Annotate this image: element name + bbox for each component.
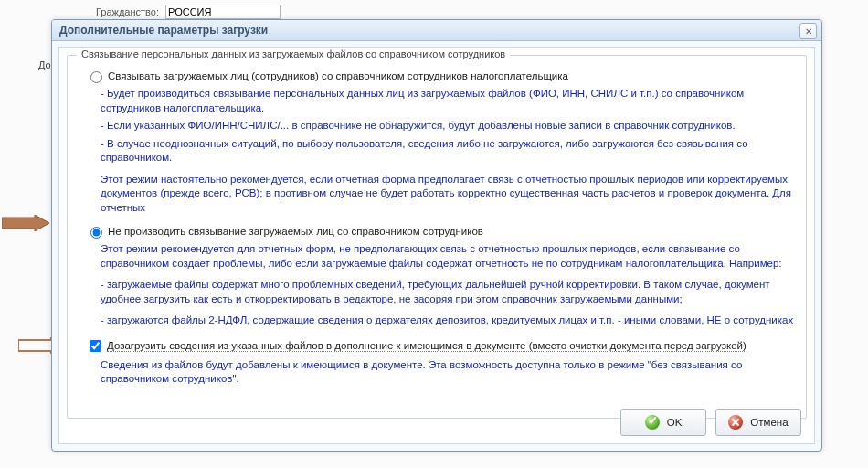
radio2-note2: - загружаемые файлы содержат много пробл… xyxy=(101,278,795,306)
radio2-note3: - загружаются файлы 2-НДФЛ, содержащие с… xyxy=(101,314,795,328)
append-checkbox-label: Дозагрузить сведения из указанных файлов… xyxy=(107,340,746,352)
radio-link-label: Связывать загружаемых лиц (сотрудников) … xyxy=(108,70,568,81)
close-button[interactable]: ✕ xyxy=(799,23,817,39)
button-bar: OK Отмена xyxy=(620,409,801,436)
background-field: Гражданство: xyxy=(96,5,281,19)
dialog-title: Дополнительные параметры загрузки xyxy=(59,24,268,37)
radio-nolink-label: Не производить связывание загружаемых ли… xyxy=(108,226,483,237)
radio1-bullet2: - Если указанных ФИО/ИНН/СНИЛС/... в спр… xyxy=(101,119,795,133)
radio-nolink-option[interactable]: Не производить связывание загружаемых ли… xyxy=(86,224,795,239)
cancel-label: Отмена xyxy=(750,417,788,428)
ok-label: OK xyxy=(667,417,683,428)
radio2-note1: Этот режим рекомендуется для отчетных фо… xyxy=(101,242,795,271)
radio1-note: Этот режим настоятельно рекомендуется, е… xyxy=(101,173,795,216)
cancel-icon xyxy=(728,415,743,430)
radio-nolink[interactable] xyxy=(90,227,102,239)
checkbox-note: Сведения из файлов будут добавлены к име… xyxy=(101,358,795,387)
bg-field-label: Гражданство: xyxy=(96,6,159,17)
svg-marker-0 xyxy=(2,215,49,231)
radio-link-option[interactable]: Связывать загружаемых лиц (сотрудников) … xyxy=(86,69,795,83)
ok-button[interactable]: OK xyxy=(620,409,706,436)
annotation-arrow-1 xyxy=(2,215,49,231)
dialog-titlebar: Дополнительные параметры загрузки ✕ xyxy=(52,20,821,41)
close-icon: ✕ xyxy=(805,27,812,37)
ok-icon xyxy=(645,415,660,430)
dialog-body: Связывание персональных данных из загруж… xyxy=(58,47,815,444)
radio1-bullet3: - В случае неоднозначных ситуаций, по вы… xyxy=(101,137,795,165)
append-checkbox[interactable] xyxy=(90,340,101,352)
bg-field-input[interactable] xyxy=(165,5,281,19)
radio1-bullet1: - Будет производиться связывание персона… xyxy=(101,87,795,115)
background-text: До xyxy=(38,59,51,70)
dialog: Дополнительные параметры загрузки ✕ Связ… xyxy=(51,19,822,452)
radio-link[interactable] xyxy=(90,71,102,83)
cancel-button[interactable]: Отмена xyxy=(715,409,801,436)
append-checkbox-row[interactable]: Дозагрузить сведения из указанных файлов… xyxy=(86,337,795,355)
group-box: Связывание персональных данных из загруж… xyxy=(67,55,807,419)
group-legend: Связывание персональных данных из загруж… xyxy=(77,48,510,59)
